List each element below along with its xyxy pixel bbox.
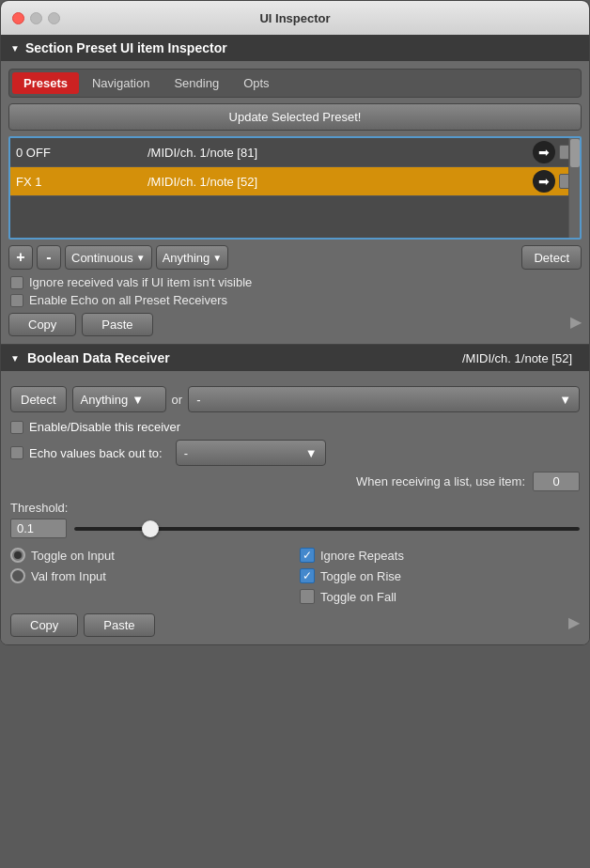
- options-grid: Toggle on Input ✓ Ignore Repeats Val fro…: [10, 548, 580, 604]
- scroll-down-icon[interactable]: ▶: [570, 313, 582, 336]
- preset-list-container: 0 OFF /MIDI/ch. 1/note [81] ➡ FX 1 /MIDI…: [8, 136, 582, 240]
- main-window: UI Inspector ▼ Section Preset UI item In…: [0, 0, 590, 645]
- toggle-on-rise-row[interactable]: ✓ Toggle on Rise: [300, 568, 580, 583]
- radio-inner-dot: [14, 551, 22, 559]
- receiver-title: Boolean Data Receiver: [27, 350, 170, 365]
- echo-receiver-label: Echo values back out to:: [29, 446, 163, 460]
- table-row[interactable]: FX 1 /MIDI/ch. 1/note [52] ➡: [10, 167, 580, 196]
- preset-arrow-0[interactable]: ➡: [533, 141, 555, 163]
- update-preset-button[interactable]: Update Selected Preset!: [8, 103, 582, 131]
- receiver-anything-dropdown[interactable]: Anything ▼: [72, 386, 166, 412]
- enable-label: Enable/Disable this receiver: [29, 420, 180, 434]
- scrollbar-thumb[interactable]: [570, 139, 580, 167]
- ignore-repeats-checkbox[interactable]: ✓: [300, 548, 315, 563]
- title-bar: UI Inspector: [1, 1, 589, 35]
- echo-dropdown-arrow-icon: ▼: [305, 446, 318, 460]
- table-row[interactable]: 0 OFF /MIDI/ch. 1/note [81] ➡: [10, 138, 580, 167]
- toggle-on-input-row[interactable]: Toggle on Input: [10, 548, 290, 563]
- threshold-slider-thumb[interactable]: [142, 520, 159, 537]
- preset-path-1: /MIDI/ch. 1/note [52]: [148, 175, 533, 189]
- anything-dropdown[interactable]: Anything ▼: [156, 245, 229, 270]
- toggle-on-fall-checkbox[interactable]: [300, 589, 315, 604]
- ignore-repeats-label: Ignore Repeats: [320, 549, 404, 563]
- ignore-vals-label: Ignore received vals if UI item isn't vi…: [29, 275, 252, 289]
- val-from-input-label: Val from Input: [31, 569, 106, 583]
- tab-sending[interactable]: Sending: [163, 72, 230, 94]
- enable-checkbox[interactable]: [10, 421, 23, 434]
- receiver-copy-paste-row: Copy Paste ▶: [10, 613, 580, 637]
- preset-arrow-1[interactable]: ➡: [533, 170, 555, 193]
- continuous-dropdown-arrow-icon: ▼: [136, 253, 146, 263]
- echo-checkbox-row: Echo values back out to: - ▼: [10, 440, 580, 466]
- close-button[interactable]: [12, 12, 24, 24]
- ignore-repeats-row[interactable]: ✓ Ignore Repeats: [300, 548, 580, 563]
- toggle-on-input-label: Toggle on Input: [31, 549, 115, 563]
- toggle-on-fall-label: Toggle on Fall: [320, 590, 396, 604]
- top-copy-button[interactable]: Copy: [8, 313, 76, 336]
- receiver-collapse-icon[interactable]: ▼: [10, 353, 20, 364]
- top-panel: Presets Navigation Sending Opts Update S…: [1, 61, 589, 345]
- receiver-detect-button[interactable]: Detect: [10, 386, 67, 412]
- receiver-path: /MIDI/ch. 1/note [52]: [462, 351, 572, 365]
- tabs-row: Presets Navigation Sending Opts: [8, 69, 582, 98]
- echo-checkbox[interactable]: [10, 294, 23, 307]
- anything-label: Anything: [163, 251, 210, 265]
- top-section-title: Section Preset UI item Inspector: [25, 40, 227, 55]
- receiver-or-value: -: [196, 393, 200, 407]
- receiver-copy-button[interactable]: Copy: [10, 613, 78, 637]
- val-from-input-radio[interactable]: [10, 568, 25, 583]
- toggle-on-fall-row[interactable]: Toggle on Fall: [300, 589, 580, 604]
- list-item-row: When receiving a list, use item:: [10, 472, 580, 491]
- threshold-input[interactable]: [10, 519, 67, 538]
- receiver-anything-arrow-icon: ▼: [132, 393, 144, 407]
- remove-preset-button[interactable]: -: [37, 245, 61, 270]
- preset-name-1: FX 1: [16, 175, 148, 189]
- receiver-detect-row: Detect Anything ▼ or - ▼: [10, 386, 580, 412]
- toggle-on-input-radio[interactable]: [10, 548, 25, 563]
- minimize-button[interactable]: [30, 12, 42, 24]
- top-section-header: ▼ Section Preset UI item Inspector: [1, 35, 589, 61]
- top-copy-paste-row: Copy Paste ▶: [8, 313, 582, 336]
- list-item-input[interactable]: [533, 472, 580, 491]
- echo-label: Enable Echo on all Preset Receivers: [29, 293, 227, 307]
- preset-list: 0 OFF /MIDI/ch. 1/note [81] ➡ FX 1 /MIDI…: [10, 138, 580, 238]
- tab-navigation[interactable]: Navigation: [81, 72, 161, 94]
- val-from-input-row[interactable]: Val from Input: [10, 568, 290, 583]
- preset-path-0: /MIDI/ch. 1/note [81]: [148, 146, 533, 160]
- enable-checkbox-row: Enable/Disable this receiver: [10, 420, 580, 434]
- window-title: UI Inspector: [259, 11, 330, 25]
- top-paste-button[interactable]: Paste: [82, 313, 152, 336]
- threshold-label: Threshold:: [10, 501, 68, 515]
- anything-dropdown-arrow-icon: ▼: [212, 253, 222, 263]
- or-label: or: [172, 393, 183, 407]
- receiver-section-header: ▼ Boolean Data Receiver /MIDI/ch. 1/note…: [1, 345, 589, 371]
- threshold-slider-container: [74, 519, 580, 538]
- controls-row: + - Continuous ▼ Anything ▼ Detect: [8, 245, 582, 270]
- toggle-on-rise-label: Toggle on Rise: [320, 569, 401, 583]
- receiver-scroll-down-icon[interactable]: ▶: [568, 613, 580, 637]
- scrollbar-track[interactable]: [568, 138, 580, 238]
- threshold-row: [10, 519, 580, 538]
- tab-presets[interactable]: Presets: [12, 72, 79, 94]
- ignore-vals-checkbox[interactable]: [10, 276, 23, 289]
- traffic-lights: [12, 12, 60, 24]
- tab-opts[interactable]: Opts: [232, 72, 280, 94]
- echo-checkbox-row: Enable Echo on all Preset Receivers: [8, 293, 582, 307]
- receiver-paste-button[interactable]: Paste: [84, 613, 154, 637]
- echo-dropdown-value: -: [184, 446, 188, 460]
- preset-name-0: 0 OFF: [16, 146, 148, 160]
- maximize-button[interactable]: [48, 12, 60, 24]
- collapse-triangle-icon[interactable]: ▼: [10, 43, 20, 54]
- list-item-label: When receiving a list, use item:: [356, 474, 525, 488]
- receiver-or-arrow-icon: ▼: [559, 393, 571, 407]
- echo-dropdown[interactable]: - ▼: [176, 440, 326, 466]
- receiver-panel: Detect Anything ▼ or - ▼ Enable/Disable …: [1, 371, 589, 644]
- receiver-or-dropdown[interactable]: - ▼: [188, 386, 580, 412]
- add-preset-button[interactable]: +: [8, 245, 33, 270]
- receiver-anything-label: Anything: [81, 393, 129, 407]
- echo-receiver-checkbox[interactable]: [10, 446, 23, 459]
- continuous-dropdown[interactable]: Continuous ▼: [65, 245, 152, 270]
- detect-button[interactable]: Detect: [521, 245, 582, 270]
- toggle-on-rise-checkbox[interactable]: ✓: [300, 568, 315, 583]
- ignore-vals-checkbox-row: Ignore received vals if UI item isn't vi…: [8, 275, 582, 289]
